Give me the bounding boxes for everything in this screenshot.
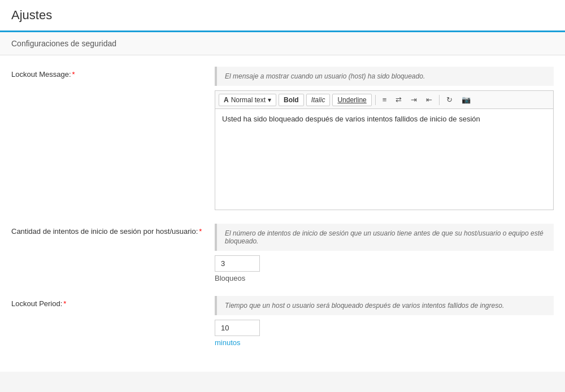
font-icon: A <box>224 96 229 104</box>
underline-button[interactable]: Underline <box>332 94 371 106</box>
toolbar-divider-2 <box>439 95 440 105</box>
section-header: Configuraciones de seguridad <box>0 32 565 55</box>
italic-button[interactable]: Italic <box>306 94 331 106</box>
login-attempts-input[interactable] <box>215 255 260 272</box>
required-indicator: * <box>63 299 66 308</box>
dropdown-arrow-icon: ▾ <box>268 96 271 104</box>
lockout-period-label: Lockout Period:* <box>11 296 215 308</box>
indent-button[interactable]: ⇥ <box>407 93 420 106</box>
required-indicator: * <box>199 227 202 236</box>
lockout-period-field: Tiempo que un host o usuario será bloque… <box>215 296 554 347</box>
required-indicator: * <box>72 70 75 79</box>
lockout-period-row: Lockout Period:* Tiempo que un host o us… <box>11 296 554 347</box>
refresh-button[interactable]: ↻ <box>443 93 456 106</box>
lockout-message-hint: El mensaje a mostrar cuando un usuario (… <box>215 67 554 86</box>
editor-toolbar: A Normal text ▾ Bold Italic Underline ≡ … <box>215 90 554 108</box>
login-attempts-label: Cantidad de intentos de inicio de sesión… <box>11 224 215 236</box>
login-attempts-below-label: Bloqueos <box>215 274 554 282</box>
lockout-period-input[interactable] <box>215 320 260 336</box>
image-button[interactable]: 📷 <box>458 93 474 106</box>
lockout-period-hint: Tiempo que un host o usuario será bloque… <box>215 296 554 315</box>
login-attempts-row: Cantidad de intentos de inicio de sesión… <box>11 224 554 282</box>
login-attempts-field: El número de intentos de inicio de sesió… <box>215 224 554 282</box>
unordered-list-button[interactable]: ≡ <box>379 93 390 106</box>
page-header: Ajustes <box>0 0 565 32</box>
lockout-message-editor[interactable]: Usted ha sido bloqueado después de vario… <box>215 108 554 210</box>
form-body: Lockout Message:* El mensaje a mostrar c… <box>0 55 565 372</box>
login-attempts-hint: El número de intentos de inicio de sesió… <box>215 224 554 251</box>
bold-button[interactable]: Bold <box>279 94 304 106</box>
ordered-list-button[interactable]: ⇄ <box>392 93 405 106</box>
outdent-button[interactable]: ⇤ <box>423 93 436 106</box>
content-area: Configuraciones de seguridad Lockout Mes… <box>0 32 565 372</box>
toolbar-divider-1 <box>375 95 376 105</box>
lockout-message-label: Lockout Message:* <box>11 67 215 79</box>
lockout-message-row: Lockout Message:* El mensaje a mostrar c… <box>11 67 554 210</box>
page-title: Ajustes <box>11 8 554 23</box>
lockout-message-field: El mensaje a mostrar cuando un usuario (… <box>215 67 554 210</box>
lockout-period-below-label: minutos <box>215 338 554 347</box>
normal-text-dropdown[interactable]: A Normal text ▾ <box>219 94 276 106</box>
section-title: Configuraciones de seguridad <box>11 39 116 48</box>
